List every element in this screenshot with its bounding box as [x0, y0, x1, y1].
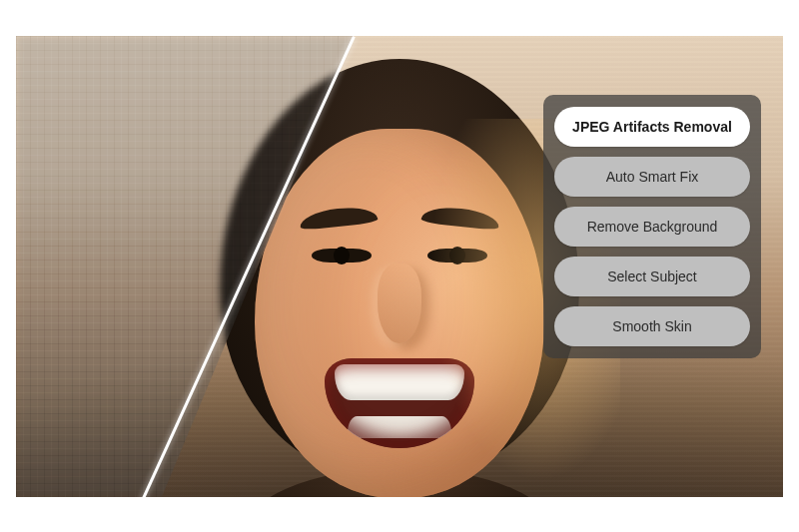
photo-comparison-area: JPEG Artifacts Removal Auto Smart Fix Re… [16, 36, 783, 497]
tool-remove-background[interactable]: Remove Background [554, 207, 750, 247]
tool-auto-smart-fix[interactable]: Auto Smart Fix [554, 157, 750, 197]
editor-canvas: JPEG Artifacts Removal Auto Smart Fix Re… [0, 0, 799, 532]
quick-actions-panel: JPEG Artifacts Removal Auto Smart Fix Re… [543, 95, 761, 358]
tool-select-subject[interactable]: Select Subject [554, 257, 750, 296]
tool-jpeg-artifacts-removal[interactable]: JPEG Artifacts Removal [554, 107, 750, 147]
tool-smooth-skin[interactable]: Smooth Skin [554, 306, 750, 346]
